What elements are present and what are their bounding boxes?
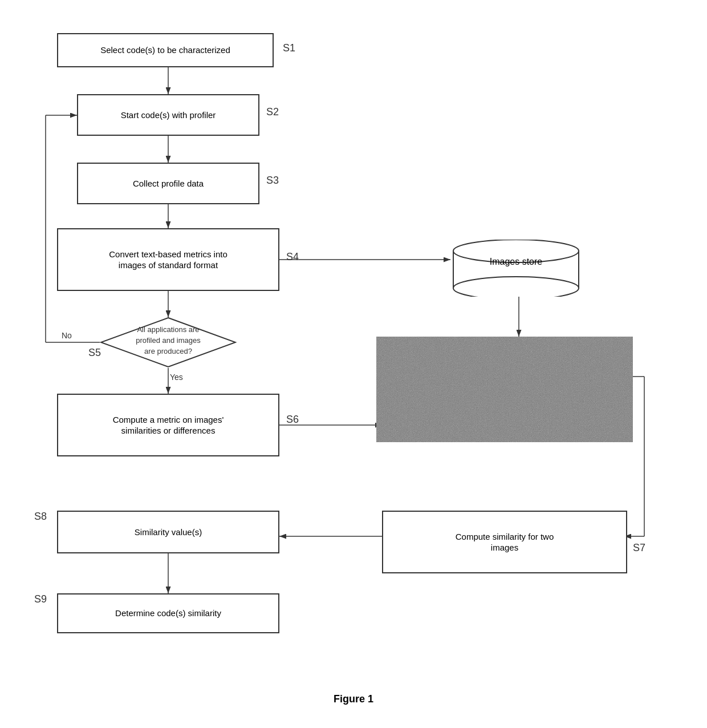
diagram-container: Select code(s) to be characterized S1 St… [0, 0, 707, 728]
s1-label: S1 [283, 42, 295, 54]
svg-point-20 [453, 277, 579, 297]
s2-label: S2 [266, 106, 279, 118]
s9-text: Determine code(s) similarity [115, 608, 221, 619]
s8-box: Similarity value(s) [57, 511, 279, 553]
s4-box: Convert text-based metrics into images o… [57, 228, 279, 291]
s3-label: S3 [266, 175, 279, 187]
s5-label: S5 [88, 347, 101, 359]
svg-rect-23 [376, 337, 633, 442]
s4-label: S4 [286, 251, 299, 263]
s4-text: Convert text-based metrics into images o… [109, 249, 227, 271]
s1-box: Select code(s) to be characterized [57, 33, 274, 67]
s3-text: Collect profile data [133, 178, 204, 189]
no-label: No [62, 331, 72, 340]
yes-label: Yes [170, 373, 183, 382]
database-cylinder: Images store [450, 240, 582, 299]
s1-text: Select code(s) to be characterized [100, 45, 230, 56]
s3-box: Collect profile data [77, 163, 259, 204]
s8-label: S8 [34, 511, 47, 523]
figure-caption: Figure 1 [0, 693, 707, 705]
s9-label: S9 [34, 593, 47, 605]
s2-box: Start code(s) with profiler [77, 94, 259, 136]
s7-box: Compute similarity for two images [382, 511, 627, 573]
s2-text: Start code(s) with profiler [121, 110, 216, 121]
pixel-image [376, 337, 633, 442]
diamond-text: All applications are profiled and images… [114, 324, 222, 357]
s6-label: S6 [286, 414, 299, 426]
s7-label: S7 [633, 542, 645, 554]
s6-text: Compute a metric on images' similarities… [113, 414, 224, 436]
database-label: Images store [450, 257, 582, 267]
s6-box: Compute a metric on images' similarities… [57, 394, 279, 456]
s7-text: Compute similarity for two images [456, 531, 554, 553]
s8-text: Similarity value(s) [135, 527, 202, 538]
s9-box: Determine code(s) similarity [57, 593, 279, 633]
